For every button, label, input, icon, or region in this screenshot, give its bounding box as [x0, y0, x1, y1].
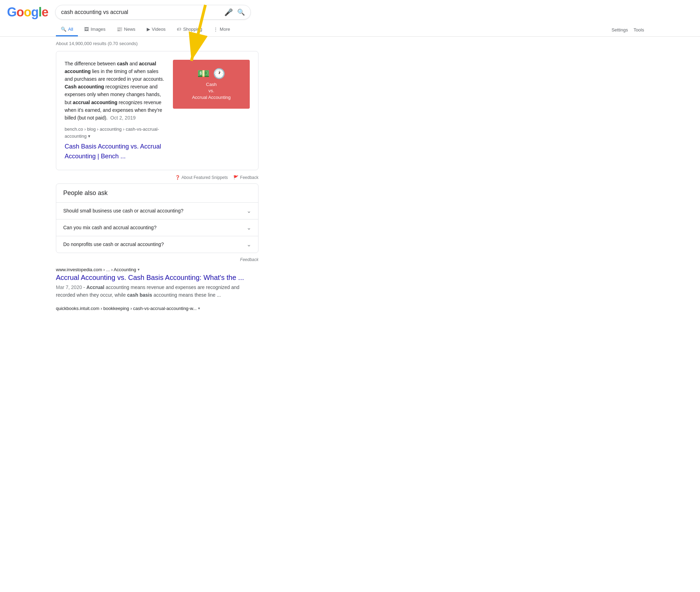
clock-icon: 🕐 — [213, 68, 225, 79]
tab-all-label: All — [68, 27, 73, 32]
tab-more-label: More — [220, 27, 230, 32]
logo-o1: o — [16, 5, 24, 19]
logo-g2: g — [31, 5, 38, 19]
news-icon: 📰 — [117, 27, 122, 32]
result-url-text-1: quickbooks.intuit.com › bookkeeping › ca… — [56, 306, 197, 311]
logo-g: G — [7, 5, 16, 19]
result-item-0: www.investopedia.com › ... › Accounting … — [56, 267, 258, 299]
paa-feedback-label[interactable]: Feedback — [240, 257, 258, 262]
paa-item-2[interactable]: Do nonprofits use cash or accrual accoun… — [56, 236, 258, 253]
paa-question-0: Should small business use cash or accrua… — [63, 208, 183, 214]
settings-link[interactable]: Settings — [612, 27, 628, 33]
cash-icon: 💵 — [197, 68, 210, 79]
chevron-icon-2: ⌄ — [247, 241, 251, 248]
search-icons: 🎤 🔍 — [224, 8, 245, 16]
videos-icon: ▶ — [147, 27, 150, 32]
results-area: About 14,900,000 results (0.70 seconds) … — [0, 37, 314, 322]
logo-l: l — [38, 5, 42, 19]
question-icon: ❓ — [175, 175, 180, 180]
search-area: cash accounting vs accrual 🎤 🔍 — [55, 5, 251, 20]
result-desc-0: Mar 7, 2020 - Accrual accounting means r… — [56, 283, 258, 299]
paa-item-0[interactable]: Should small business use cash or accrua… — [56, 202, 258, 219]
result-url-text-0: www.investopedia.com › ... › Accounting — [56, 267, 136, 272]
results-count: About 14,900,000 results (0.70 seconds) — [56, 41, 258, 46]
header: Google cash accounting vs accrual 🎤 🔍 — [0, 0, 700, 20]
all-icon: 🔍 — [61, 27, 66, 32]
result-item-1: quickbooks.intuit.com › bookkeeping › ca… — [56, 306, 258, 311]
tab-images-label: Images — [90, 27, 105, 32]
snippet-link[interactable]: Cash Basis Accounting vs. Accrual Accoun… — [65, 142, 166, 161]
snippet-image: 💵 🕐 Cashvs.Accrual Accounting — [173, 60, 250, 109]
mic-icon[interactable]: 🎤 — [224, 8, 233, 16]
about-featured-snippets[interactable]: ❓ About Featured Snippets — [175, 175, 228, 180]
tab-news[interactable]: 📰 News — [112, 23, 140, 36]
snippet-feedback[interactable]: 🚩 Feedback — [233, 175, 258, 180]
snippet-feedback-label: Feedback — [240, 175, 258, 180]
snippet-image-icons: 💵 🕐 — [197, 68, 225, 79]
tab-all[interactable]: 🔍 All — [56, 23, 78, 36]
source-dropdown-arrow[interactable]: ▾ — [88, 133, 90, 139]
snippet-source-url: bench.co › blog › accounting › cash-vs-a… — [65, 127, 159, 139]
snippet-body: The difference between cash and accrual … — [65, 61, 164, 121]
nav-settings: Settings Tools — [612, 27, 644, 33]
snippet-image-label: Cashvs.Accrual Accounting — [192, 81, 231, 101]
flag-icon: 🚩 — [233, 175, 239, 180]
tab-videos[interactable]: ▶ Videos — [142, 23, 171, 36]
logo-o2: o — [24, 5, 31, 19]
result-dropdown-arrow-0[interactable]: ▾ — [138, 267, 140, 272]
snippet-text: The difference between cash and accrual … — [65, 60, 166, 161]
images-icon: 🖼 — [84, 27, 89, 32]
result-url-1: quickbooks.intuit.com › bookkeeping › ca… — [56, 306, 258, 311]
more-icon: ⋮ — [213, 27, 218, 32]
about-snippets-label: About Featured Snippets — [182, 175, 228, 180]
result-title-0[interactable]: Accrual Accounting vs. Cash Basis Accoun… — [56, 274, 244, 281]
search-input[interactable]: cash accounting vs accrual — [61, 9, 221, 15]
result-dropdown-arrow-1[interactable]: ▾ — [198, 306, 200, 311]
paa-box: People also ask Should small business us… — [56, 183, 258, 253]
shopping-icon: 🏷 — [177, 27, 181, 32]
tab-shopping[interactable]: 🏷 Shopping — [172, 23, 207, 36]
snippet-footer: ❓ About Featured Snippets 🚩 Feedback — [56, 174, 258, 183]
featured-snippet: The difference between cash and accrual … — [56, 51, 258, 170]
paa-question-1: Can you mix cash and accrual accounting? — [63, 225, 156, 230]
chevron-icon-0: ⌄ — [247, 208, 251, 214]
paa-title: People also ask — [56, 184, 258, 202]
snippet-date: Oct 2, 2019 — [110, 115, 136, 121]
paa-item-1[interactable]: Can you mix cash and accrual accounting?… — [56, 219, 258, 236]
tab-shopping-label: Shopping — [183, 27, 202, 32]
nav-tabs: 🔍 All 🖼 Images 📰 News ▶ Videos 🏷 Shoppin… — [0, 23, 700, 37]
logo-e: e — [42, 5, 48, 19]
search-button[interactable]: 🔍 — [237, 8, 245, 16]
tab-news-label: News — [124, 27, 136, 32]
snippet-source: bench.co › blog › accounting › cash-vs-a… — [65, 126, 166, 140]
google-logo[interactable]: Google — [7, 5, 48, 20]
result-url-0: www.investopedia.com › ... › Accounting … — [56, 267, 258, 272]
chevron-icon-1: ⌄ — [247, 224, 251, 231]
tab-more[interactable]: ⋮ More — [209, 23, 235, 36]
tools-link[interactable]: Tools — [634, 27, 644, 33]
search-bar: cash accounting vs accrual 🎤 🔍 — [55, 5, 251, 20]
paa-feedback: Feedback — [56, 255, 258, 267]
tab-videos-label: Videos — [152, 27, 166, 32]
tab-images[interactable]: 🖼 Images — [79, 23, 110, 36]
result-date-0: Mar 7, 2020 — [56, 284, 82, 290]
snippet-image-inner: 💵 🕐 Cashvs.Accrual Accounting — [192, 68, 231, 101]
paa-question-2: Do nonprofits use cash or accrual accoun… — [63, 241, 164, 247]
